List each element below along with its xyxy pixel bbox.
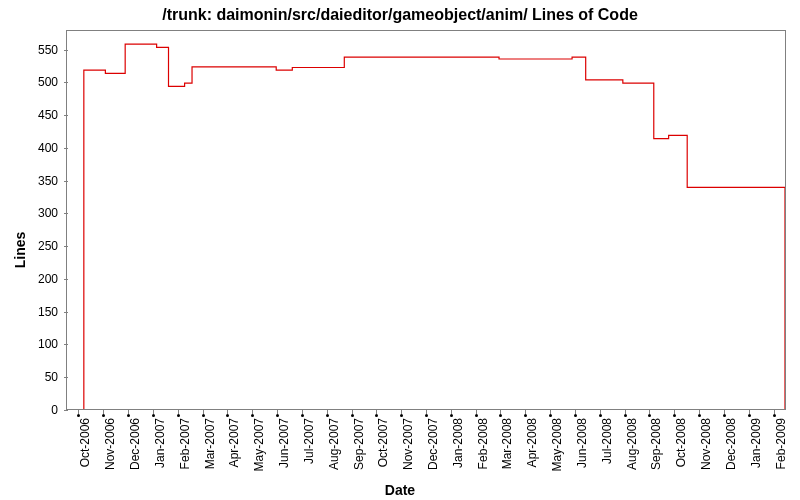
x-tick-label: Oct-2007: [376, 418, 390, 467]
x-tick-dot-icon: [301, 414, 304, 417]
x-tick-label: Dec-2007: [426, 418, 440, 470]
x-tick-dot-icon: [450, 414, 453, 417]
x-tick-dot-icon: [326, 414, 329, 417]
x-tick-label: Jan-2008: [451, 418, 465, 468]
x-tick-dot-icon: [202, 414, 205, 417]
y-tick-label: 400: [38, 141, 58, 155]
x-tick-label: Oct-2006: [78, 418, 92, 467]
x-tick-dot-icon: [226, 414, 229, 417]
y-tick-label: 50: [45, 370, 58, 384]
x-tick-dot-icon: [773, 414, 776, 417]
x-tick-dot-icon: [276, 414, 279, 417]
loc-chart: /trunk: daimonin/src/daieditor/gameobjec…: [0, 0, 800, 500]
x-tick-label: Mar-2008: [500, 418, 514, 469]
x-axis-label: Date: [0, 482, 800, 498]
x-tick-label: May-2008: [550, 418, 564, 471]
y-tick-label: 200: [38, 272, 58, 286]
x-tick-dot-icon: [524, 414, 527, 417]
x-tick-label: Sep-2007: [352, 418, 366, 470]
x-tick-label: Jan-2009: [749, 418, 763, 468]
x-tick-dot-icon: [77, 414, 80, 417]
x-tick-dot-icon: [351, 414, 354, 417]
x-tick-label: Dec-2006: [128, 418, 142, 470]
x-tick-dot-icon: [723, 414, 726, 417]
plot-area: [66, 30, 786, 410]
x-tick-label: Aug-2007: [327, 418, 341, 470]
x-tick-dot-icon: [152, 414, 155, 417]
x-tick-label: Jun-2007: [277, 418, 291, 468]
x-tick-label: Sep-2008: [649, 418, 663, 470]
x-tick-dot-icon: [648, 414, 651, 417]
y-tick-label: 500: [38, 75, 58, 89]
x-tick-dot-icon: [375, 414, 378, 417]
x-tick-label: Feb-2008: [476, 418, 490, 469]
y-tick-label: 100: [38, 337, 58, 351]
x-tick-label: Apr-2007: [227, 418, 241, 467]
x-tick-dot-icon: [574, 414, 577, 417]
x-tick-label: Nov-2008: [699, 418, 713, 470]
y-tick-label: 300: [38, 206, 58, 220]
y-tick-label: 150: [38, 305, 58, 319]
x-tick-dot-icon: [499, 414, 502, 417]
y-tick-label: 550: [38, 43, 58, 57]
x-tick-dot-icon: [177, 414, 180, 417]
x-tick-label: Jul-2008: [600, 418, 614, 464]
x-tick-label: Apr-2008: [525, 418, 539, 467]
y-axis-label: Lines: [12, 232, 28, 269]
x-tick-dot-icon: [127, 414, 130, 417]
x-tick-dot-icon: [400, 414, 403, 417]
x-tick-label: Mar-2007: [203, 418, 217, 469]
x-tick-label: Feb-2009: [774, 418, 788, 469]
y-tick-label: 0: [51, 403, 58, 417]
x-tick-dot-icon: [425, 414, 428, 417]
x-tick-dot-icon: [698, 414, 701, 417]
x-tick-label: Nov-2006: [103, 418, 117, 470]
x-tick-dot-icon: [599, 414, 602, 417]
x-tick-dot-icon: [624, 414, 627, 417]
x-tick-dot-icon: [748, 414, 751, 417]
x-tick-label: Jul-2007: [302, 418, 316, 464]
x-tick-label: Jun-2008: [575, 418, 589, 468]
x-tick-label: Nov-2007: [401, 418, 415, 470]
x-tick-label: Oct-2008: [674, 418, 688, 467]
x-tick-dot-icon: [475, 414, 478, 417]
data-line: [67, 31, 785, 409]
y-tick-label: 250: [38, 239, 58, 253]
x-tick-label: Aug-2008: [625, 418, 639, 470]
x-tick-dot-icon: [251, 414, 254, 417]
x-tick-label: May-2007: [252, 418, 266, 471]
chart-title: /trunk: daimonin/src/daieditor/gameobjec…: [0, 6, 800, 24]
x-tick-dot-icon: [549, 414, 552, 417]
x-tick-label: Dec-2008: [724, 418, 738, 470]
x-tick-label: Jan-2007: [153, 418, 167, 468]
x-tick-dot-icon: [673, 414, 676, 417]
x-tick-label: Feb-2007: [178, 418, 192, 469]
y-tick-label: 350: [38, 174, 58, 188]
x-tick-dot-icon: [102, 414, 105, 417]
y-tick-label: 450: [38, 108, 58, 122]
